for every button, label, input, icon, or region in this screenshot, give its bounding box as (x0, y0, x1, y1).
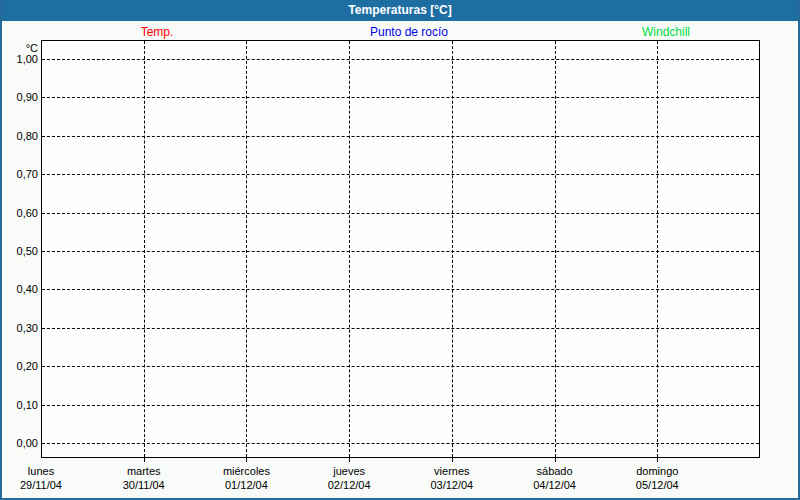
plot-area (41, 40, 760, 458)
y-tick-label: 0,70 (2, 168, 38, 180)
x-tick-day: sábado (500, 464, 610, 478)
x-tick-label: miércoles01/12/04 (191, 464, 301, 492)
x-tick-day: domingo (602, 464, 712, 478)
x-axis-tick (144, 458, 145, 462)
legend-item-temp: Temp. (141, 25, 174, 39)
x-grid-line (144, 41, 145, 457)
x-tick-label: sábado04/12/04 (500, 464, 610, 492)
x-tick-date: 04/12/04 (500, 478, 610, 492)
chart-title: Temperaturas [°C] (348, 3, 451, 17)
y-grid-line (42, 366, 759, 367)
x-tick-date: 01/12/04 (191, 478, 301, 492)
y-tick-label: 0,10 (2, 399, 38, 411)
x-axis-tick (349, 458, 350, 462)
legend-item-dew-point: Punto de rocío (370, 25, 448, 39)
y-grid-line (42, 251, 759, 252)
x-axis-tick (452, 458, 453, 462)
y-tick-label: 0,40 (2, 283, 38, 295)
x-tick-day: martes (89, 464, 199, 478)
weather-chart-page: Temperaturas [°C] Temp. Punto de rocío W… (0, 0, 800, 500)
x-tick-label: domingo05/12/04 (602, 464, 712, 492)
y-grid-line (42, 136, 759, 137)
y-tick-label: 0,00 (2, 437, 38, 449)
y-grid-line (42, 213, 759, 214)
y-grid-line (42, 443, 759, 444)
x-tick-date: 03/12/04 (397, 478, 507, 492)
y-grid-line (42, 97, 759, 98)
x-tick-day: lunes (0, 464, 96, 478)
x-grid-line (657, 41, 658, 457)
y-grid-line (42, 289, 759, 290)
x-tick-label: martes30/11/04 (89, 464, 199, 492)
x-tick-date: 30/11/04 (89, 478, 199, 492)
x-tick-date: 02/12/04 (294, 478, 404, 492)
y-tick-label: 0,90 (2, 91, 38, 103)
x-tick-label: viernes03/12/04 (397, 464, 507, 492)
y-tick-label: 0,20 (2, 360, 38, 372)
x-tick-day: miércoles (191, 464, 301, 478)
x-axis-tick (246, 458, 247, 462)
y-grid-line (42, 328, 759, 329)
y-grid-line (42, 405, 759, 406)
legend-item-windchill: Windchill (642, 25, 690, 39)
chart-title-bar: Temperaturas [°C] (0, 0, 800, 21)
y-grid-line (42, 174, 759, 175)
x-axis-tick (657, 458, 658, 462)
x-grid-line (349, 41, 350, 457)
x-tick-label: lunes29/11/04 (0, 464, 96, 492)
x-axis-tick (555, 458, 556, 462)
x-tick-date: 05/12/04 (602, 478, 712, 492)
y-tick-label: 0,30 (2, 322, 38, 334)
y-grid-line (42, 59, 759, 60)
y-tick-label: 0,50 (2, 245, 38, 257)
x-tick-date: 29/11/04 (0, 478, 96, 492)
x-tick-day: viernes (397, 464, 507, 478)
x-tick-label: jueves02/12/04 (294, 464, 404, 492)
x-grid-line (246, 41, 247, 457)
x-grid-line (555, 41, 556, 457)
x-grid-line (452, 41, 453, 457)
y-tick-label: 0,80 (2, 130, 38, 142)
x-tick-day: jueves (294, 464, 404, 478)
y-tick-label: 1,00 (2, 53, 38, 65)
y-tick-label: 0,60 (2, 207, 38, 219)
